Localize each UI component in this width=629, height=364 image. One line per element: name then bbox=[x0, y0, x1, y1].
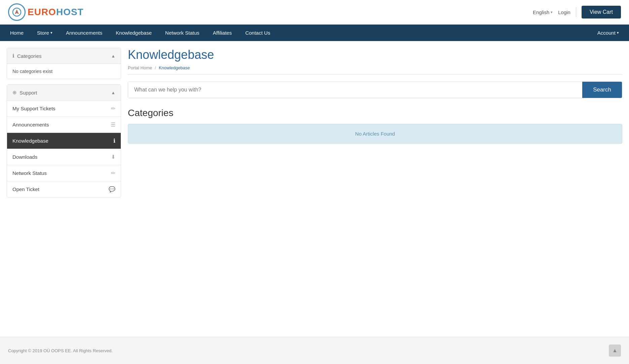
sidebar-categories-header: ℹ Categories ▲ bbox=[7, 48, 121, 64]
page-title: Knowledgebase bbox=[128, 48, 622, 62]
sidebar-support-title: Support bbox=[20, 90, 37, 96]
sidebar-categories-section: ℹ Categories ▲ No categories exist bbox=[7, 48, 121, 79]
rocket-icon: ✏ bbox=[111, 170, 115, 176]
search-input[interactable] bbox=[128, 82, 582, 98]
nav-knowledgebase[interactable]: Knowledgebase bbox=[109, 25, 158, 41]
top-header: EUROHOST English ▾ Login View Cart bbox=[0, 0, 629, 25]
chat-icon: 💬 bbox=[109, 186, 115, 192]
breadcrumb-current: Knowledgebase bbox=[159, 65, 190, 70]
support-icon: ⊕ bbox=[12, 89, 17, 96]
sidebar-categories-title: Categories bbox=[17, 53, 42, 59]
chevron-up-icon[interactable]: ▲ bbox=[111, 90, 115, 95]
divider bbox=[576, 7, 576, 17]
nav-affiliates[interactable]: Affiliates bbox=[206, 25, 238, 41]
chevron-up-icon[interactable]: ▲ bbox=[111, 53, 115, 59]
sidebar-categories-body: No categories exist bbox=[7, 64, 121, 79]
sidebar-item-network-status[interactable]: Network Status ✏ bbox=[7, 165, 121, 181]
sidebar-support-section: ⊕ Support ▲ My Support Tickets ✏ Announc… bbox=[7, 84, 121, 197]
footer: Copyright © 2019 OÜ OOPS EE. All Rights … bbox=[0, 337, 629, 364]
announcements-icon: ☰ bbox=[111, 121, 115, 128]
main-nav: Home Store ▾ Announcements Knowledgebase… bbox=[0, 25, 629, 41]
page-content: ℹ Categories ▲ No categories exist ⊕ Sup… bbox=[0, 41, 629, 337]
main-area: Knowledgebase Portal Home / Knowledgebas… bbox=[128, 48, 622, 144]
sidebar-item-my-support-tickets[interactable]: My Support Tickets ✏ bbox=[7, 101, 121, 116]
nav-account[interactable]: Account ▾ bbox=[591, 25, 626, 41]
copyright-text: Copyright © 2019 OÜ OOPS EE. All Rights … bbox=[8, 348, 113, 353]
logo[interactable]: EUROHOST bbox=[8, 3, 84, 21]
sidebar-support-header: ⊕ Support ▲ bbox=[7, 85, 121, 101]
breadcrumb-separator: / bbox=[155, 65, 156, 70]
sidebar-item-announcements[interactable]: Announcements ☰ bbox=[7, 116, 121, 133]
language-selector[interactable]: English ▾ bbox=[533, 9, 553, 15]
breadcrumb-home[interactable]: Portal Home bbox=[128, 65, 152, 70]
info-icon: ℹ bbox=[12, 53, 14, 59]
no-categories-text: No categories exist bbox=[12, 69, 52, 74]
header-right: English ▾ Login View Cart bbox=[533, 6, 621, 19]
logo-euro: EURO bbox=[28, 7, 56, 17]
scroll-to-top-button[interactable]: ▲ bbox=[609, 344, 621, 357]
nav-contact-us[interactable]: Contact Us bbox=[238, 25, 277, 41]
download-icon: ⬇ bbox=[111, 154, 115, 160]
menu-item-label: Network Status bbox=[12, 170, 47, 176]
chevron-up-icon: ▲ bbox=[612, 348, 618, 354]
info-icon: ℹ bbox=[113, 138, 115, 144]
nav-store[interactable]: Store ▾ bbox=[30, 25, 59, 41]
chevron-down-icon: ▾ bbox=[50, 31, 52, 35]
nav-home[interactable]: Home bbox=[3, 25, 30, 41]
logo-host: HOST bbox=[56, 7, 84, 17]
sidebar-item-knowledgebase[interactable]: Knowledgebase ℹ bbox=[7, 133, 121, 149]
menu-item-label: Knowledgebase bbox=[12, 138, 48, 144]
sidebar: ℹ Categories ▲ No categories exist ⊕ Sup… bbox=[7, 48, 121, 203]
breadcrumb: Portal Home / Knowledgebase bbox=[128, 65, 622, 75]
chevron-down-icon: ▾ bbox=[551, 10, 553, 14]
menu-item-label: Announcements bbox=[12, 122, 49, 128]
svg-point-2 bbox=[16, 11, 18, 13]
logo-icon bbox=[8, 3, 26, 21]
nav-announcements[interactable]: Announcements bbox=[59, 25, 109, 41]
chevron-down-icon: ▾ bbox=[617, 31, 619, 35]
search-button[interactable]: Search bbox=[582, 82, 622, 98]
menu-item-label: My Support Tickets bbox=[12, 106, 56, 111]
login-link[interactable]: Login bbox=[558, 9, 570, 15]
categories-title: Categories bbox=[128, 108, 622, 118]
nav-network-status[interactable]: Network Status bbox=[158, 25, 206, 41]
menu-item-label: Downloads bbox=[12, 154, 37, 160]
sidebar-support-menu: My Support Tickets ✏ Announcements ☰ Kno… bbox=[7, 101, 121, 197]
view-cart-button[interactable]: View Cart bbox=[582, 6, 621, 19]
language-label: English bbox=[533, 9, 549, 15]
tickets-icon: ✏ bbox=[111, 105, 115, 112]
menu-item-label: Open Ticket bbox=[12, 186, 39, 192]
sidebar-item-downloads[interactable]: Downloads ⬇ bbox=[7, 149, 121, 165]
sidebar-item-open-ticket[interactable]: Open Ticket 💬 bbox=[7, 181, 121, 197]
search-bar: Search bbox=[128, 81, 622, 98]
no-articles-found: No Articles Found bbox=[128, 124, 622, 144]
